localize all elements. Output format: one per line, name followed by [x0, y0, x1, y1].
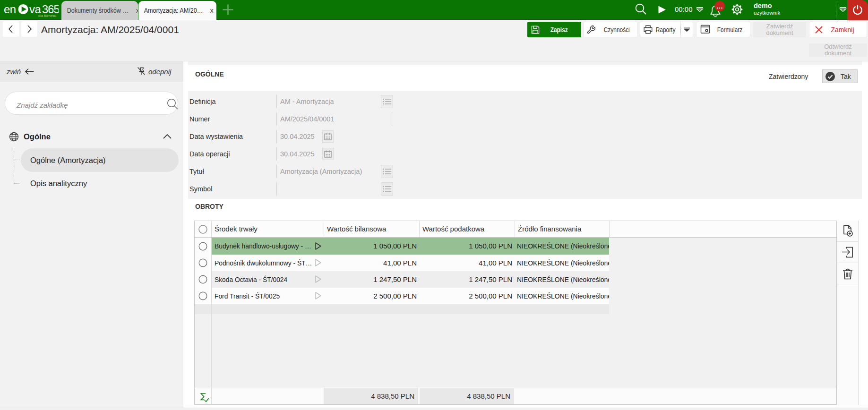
svg-text:en: en: [4, 3, 16, 16]
svg-text:dla biznesu: dla biznesu: [38, 14, 56, 18]
